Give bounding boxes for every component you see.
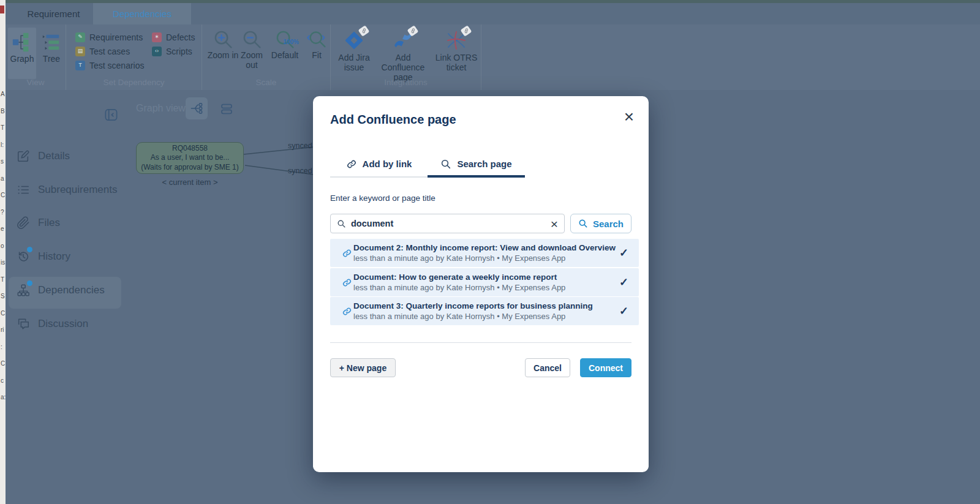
sidebar-item-discussion[interactable]: Discussion xyxy=(17,315,88,333)
graph-view-title: Graph view xyxy=(136,103,186,114)
requirements-icon: ✎ xyxy=(75,32,85,42)
sidebar-item-label: History xyxy=(38,250,70,263)
add-confluence-page-button[interactable]: Add Confluence page xyxy=(375,28,431,82)
tab-search-page[interactable]: Search page xyxy=(428,151,525,176)
sidebar-item-details[interactable]: Details xyxy=(17,147,70,165)
sidebar-item-label: Dependencies xyxy=(38,284,105,296)
tree-view-button[interactable]: Tree xyxy=(37,28,66,79)
edge-label-synced: synced xyxy=(288,167,312,175)
confluence-icon xyxy=(391,28,415,53)
search-result-row[interactable]: Document 2: Monthly income report: View … xyxy=(330,239,639,267)
cancel-button[interactable]: Cancel xyxy=(525,358,570,377)
fit-label: Fit xyxy=(312,50,322,60)
jira-icon xyxy=(342,28,366,53)
search-input-wrapper: × xyxy=(330,214,565,233)
defects-icon: ✶ xyxy=(152,32,162,42)
set-dep-test-scenarios[interactable]: T Test scenarios xyxy=(75,59,144,72)
search-button-label: Search xyxy=(593,219,624,229)
tab-requirement[interactable]: Requirement xyxy=(15,3,92,24)
result-meta: less than a minute ago by Kate Hornysh •… xyxy=(353,312,565,321)
link-otrs-ticket-label: Link OTRS ticket xyxy=(435,53,478,72)
background-page-edge: A B T l: s a C ? e o is T S C ri : C c a… xyxy=(0,0,6,504)
search-icon xyxy=(440,159,451,170)
current-item-caption: < current item > xyxy=(136,178,244,187)
app-window: Requirement Dependencies Graph xyxy=(0,0,980,504)
sidebar-item-history[interactable]: History xyxy=(17,247,70,266)
group-label-view: View xyxy=(6,78,66,87)
search-results-list: Document 2: Monthly income report: View … xyxy=(330,239,639,326)
tab-dependencies[interactable]: Dependencies xyxy=(93,3,191,24)
dialog-tab-bar: Add by link Search page xyxy=(330,151,525,178)
notification-dot xyxy=(27,247,32,252)
clear-input-icon[interactable]: × xyxy=(551,217,558,230)
zoom-out-label: Zoom out xyxy=(235,50,269,70)
search-icon xyxy=(578,219,588,228)
node-title: As a user, I want to be... xyxy=(151,153,230,163)
scripts-icon: ‹› xyxy=(152,47,162,56)
list-icon xyxy=(17,183,30,197)
test-cases-label: Test cases xyxy=(89,47,130,56)
fit-button[interactable]: Fit xyxy=(304,28,329,60)
zoom-out-icon xyxy=(241,28,262,50)
graph-layout-toggle[interactable] xyxy=(186,97,208,119)
link-icon xyxy=(342,277,352,288)
add-confluence-page-dialog: Add Confluence page × Add by link xyxy=(313,96,649,472)
zoom-out-button[interactable]: Zoom out xyxy=(235,28,269,70)
background-page-text-fragments: A B T l: s a C ? e o is T S C ri : C c a… xyxy=(1,86,6,406)
ribbon-group-integrations: Add Jira issue Add Confluence page xyxy=(331,24,481,90)
link-icon xyxy=(346,159,357,170)
collapse-panel-button[interactable] xyxy=(104,108,118,122)
otrs-icon xyxy=(444,28,469,53)
default-zoom-icon: 100% xyxy=(274,28,295,50)
result-title: Document 3: Quarterly income reports for… xyxy=(353,301,593,310)
chat-bubbles-icon xyxy=(17,317,30,331)
zoom-in-label: Zoom in xyxy=(208,50,239,60)
ribbon-group-view: Graph Tree View xyxy=(5,24,66,90)
sidebar-item-label: Discussion xyxy=(38,318,88,330)
group-label-integrations: Integrations xyxy=(331,78,481,87)
new-page-button[interactable]: + New page xyxy=(330,358,396,377)
tab-add-by-link[interactable]: Add by link xyxy=(330,151,428,176)
graph-view-button[interactable]: Graph xyxy=(8,28,36,79)
ribbon-toolbar: Graph Tree View ✎ xyxy=(0,24,980,90)
group-label-scale: Scale xyxy=(202,78,330,87)
requirement-node[interactable]: RQ048558 As a user, I want to be... (Wai… xyxy=(136,142,244,174)
sidebar-item-label: Subrequirements xyxy=(38,184,117,196)
add-jira-issue-button[interactable]: Add Jira issue xyxy=(335,28,373,72)
requirements-label: Requirements xyxy=(89,32,143,42)
link-icon xyxy=(342,306,352,317)
result-meta: less than a minute ago by Kate Hornysh •… xyxy=(353,283,565,292)
link-otrs-ticket-button[interactable]: Link OTRS ticket xyxy=(435,28,478,72)
connect-button[interactable]: Connect xyxy=(580,358,631,377)
set-dep-requirements[interactable]: ✎ Requirements xyxy=(75,31,143,43)
set-dep-test-cases[interactable]: ▤ Test cases xyxy=(75,45,130,58)
set-dep-defects[interactable]: ✶ Defects xyxy=(152,31,195,43)
zoom-in-icon xyxy=(213,28,233,50)
org-chart-icon xyxy=(17,284,30,297)
close-icon[interactable]: × xyxy=(624,108,634,126)
search-result-row[interactable]: Document: How to generate a weekly incom… xyxy=(330,268,639,296)
search-result-row[interactable]: Document 3: Quarterly income reports for… xyxy=(330,297,639,325)
tab-label: Add by link xyxy=(363,159,412,169)
graph-view-icon xyxy=(11,30,33,55)
result-title: Document: How to generate a weekly incom… xyxy=(353,273,557,282)
search-button[interactable]: Search xyxy=(570,214,631,233)
search-input[interactable] xyxy=(351,219,546,228)
paperclip-icon xyxy=(17,216,30,230)
fit-icon xyxy=(306,28,327,50)
sidebar-item-files[interactable]: Files xyxy=(17,214,60,232)
sidebar-item-subrequirements[interactable]: Subrequirements xyxy=(17,181,117,199)
group-label-set-dependency: Set Dependency xyxy=(66,78,202,87)
set-dep-scripts[interactable]: ‹› Scripts xyxy=(152,45,192,58)
default-zoom-button[interactable]: 100% Default xyxy=(266,28,304,60)
rows-layout-toggle[interactable] xyxy=(219,101,235,117)
sidebar-item-dependencies[interactable]: Dependencies xyxy=(17,281,105,299)
add-jira-issue-label: Add Jira issue xyxy=(335,53,373,72)
check-icon: ✓ xyxy=(619,246,628,260)
footer-divider xyxy=(330,342,631,343)
sidebar-item-label: Details xyxy=(38,150,70,162)
node-status: (Waits for approval by SME 1) xyxy=(141,163,239,173)
tree-button-label: Tree xyxy=(43,55,60,64)
edit-icon xyxy=(17,149,30,163)
check-icon: ✓ xyxy=(619,304,628,318)
